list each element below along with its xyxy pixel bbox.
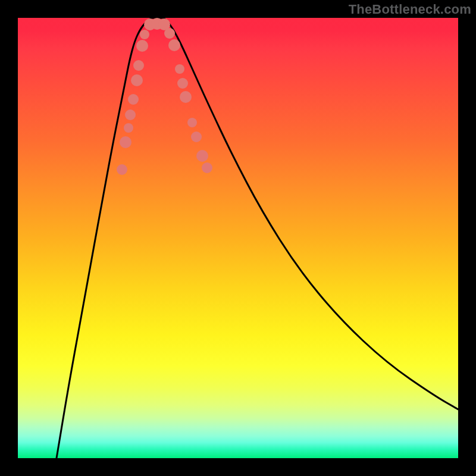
chart-svg [18, 18, 458, 458]
markers-group [117, 18, 212, 175]
data-marker [140, 30, 149, 39]
data-marker [168, 39, 180, 51]
data-marker [131, 74, 143, 86]
data-marker [187, 118, 197, 127]
data-marker [133, 60, 144, 71]
data-marker [196, 150, 208, 162]
data-marker [164, 28, 175, 39]
data-marker [202, 162, 212, 173]
chart-frame [18, 18, 458, 458]
data-marker [124, 123, 133, 133]
data-marker [125, 109, 136, 120]
data-marker [136, 40, 148, 52]
data-marker [117, 164, 127, 175]
right-curve [164, 18, 458, 409]
data-marker [177, 78, 188, 89]
data-marker [180, 91, 192, 103]
data-marker [191, 131, 202, 142]
data-marker [128, 94, 139, 105]
data-marker [120, 136, 131, 148]
watermark-text: TheBottleneck.com [349, 2, 471, 17]
data-marker [175, 64, 184, 74]
